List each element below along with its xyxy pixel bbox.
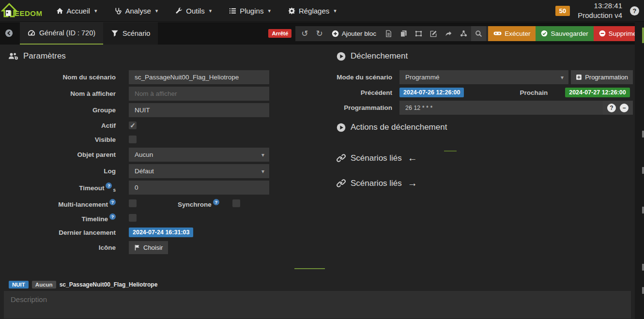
help-icon[interactable]: ?	[213, 199, 219, 205]
multi-launch-checkbox[interactable]	[129, 199, 137, 207]
timeline-checkbox[interactable]	[129, 214, 137, 222]
update-count-badge[interactable]: 50	[555, 6, 570, 16]
display-name-input[interactable]	[129, 87, 269, 101]
log-value: Défaut	[135, 167, 154, 175]
scenario-mode-select[interactable]: Programmé ▾	[399, 70, 568, 84]
back-button[interactable]	[5, 29, 13, 38]
cron-addon: ? −	[603, 101, 633, 115]
users-gear-icon	[8, 52, 18, 61]
share-icon	[445, 30, 452, 37]
linked-scenarios-out-title[interactable]: Scénarios liés →	[337, 178, 633, 189]
export-image-button[interactable]	[411, 26, 426, 41]
timeout-input[interactable]	[129, 181, 269, 195]
last-launch-badge: 2024-07-24 16:31:03	[129, 228, 193, 237]
menu-label: Réglages	[299, 7, 329, 15]
links-graph-button[interactable]	[456, 26, 471, 41]
template-button[interactable]	[381, 26, 396, 41]
check-circle-icon	[541, 30, 548, 37]
execute-label: Exécuter	[505, 30, 530, 37]
choose-icon-button[interactable]: Choisir	[129, 241, 168, 254]
wrench-icon	[175, 7, 183, 15]
choose-icon-label: Choisir	[143, 244, 163, 251]
execute-button[interactable]: Exécuter	[488, 26, 536, 41]
display-name-label: Nom à afficher	[4, 90, 129, 97]
help-icon[interactable]: ?	[109, 213, 116, 220]
group-tag-badge: NUIT	[9, 281, 29, 289]
chevron-down-icon: ▾	[155, 8, 158, 14]
undo-button[interactable]: ↺	[297, 26, 312, 41]
linked-scenarios-in-title[interactable]: Scénarios liés ←	[337, 152, 633, 164]
clock-environment: 13:28:41 Production v4	[578, 1, 622, 21]
description-textarea[interactable]	[4, 291, 631, 319]
menu-item-plugins[interactable]: Plugins ▾	[222, 2, 277, 20]
cron-input[interactable]	[399, 101, 603, 115]
edge-fragment	[642, 167, 644, 174]
active-label: Actif	[4, 122, 129, 129]
synchronous-label: Synchrone?	[178, 199, 219, 208]
active-checkbox[interactable]: ✓	[129, 122, 137, 129]
row-group: Groupe	[4, 103, 323, 117]
add-block-button[interactable]: Ajouter bloc	[327, 30, 381, 37]
tab-scenario[interactable]: Scénario	[103, 22, 158, 45]
jeedom-logo[interactable]: EEDOM	[1, 2, 43, 19]
cron-help-button[interactable]: ?	[607, 104, 616, 112]
help-icon[interactable]: ?	[106, 182, 112, 189]
copy-button[interactable]	[396, 26, 411, 41]
home-icon	[56, 7, 63, 15]
menu-item-reglages[interactable]: Réglages ▾	[281, 2, 343, 20]
chevron-down-icon: ▾	[209, 8, 212, 14]
redo-button[interactable]: ↻	[312, 26, 327, 41]
log-select[interactable]: Défaut ▾	[129, 164, 269, 178]
menu-item-accueil[interactable]: Accueil ▾	[49, 2, 104, 20]
divider	[294, 268, 325, 269]
parameters-title: Paramètres	[8, 51, 323, 61]
scenario-tag-row: NUIT Aucun sc_PassageNuit00_Flag_Heliotr…	[9, 281, 157, 289]
top-navbar: EEDOM Accueil ▾ Analyse ▾ Outils ▾ Plugi…	[0, 0, 644, 22]
edge-fragment	[642, 264, 644, 271]
trigger-actions-title[interactable]: Actions de déclenchement	[337, 122, 633, 132]
row-log: Log Défaut ▾	[4, 164, 323, 178]
cron-remove-button[interactable]: −	[620, 104, 629, 112]
row-visible: Visible	[4, 134, 323, 145]
add-programmation-button[interactable]: Programmation	[571, 70, 633, 84]
timeline-label: Timeline?	[4, 213, 129, 223]
search-button[interactable]	[471, 26, 486, 41]
edit-button[interactable]	[426, 26, 441, 41]
chevron-down-icon: ▾	[261, 152, 264, 158]
gauge-icon	[28, 29, 35, 37]
play-circle-icon	[337, 52, 346, 61]
help-icon[interactable]: ?	[630, 6, 639, 15]
stethoscope-icon	[114, 7, 122, 15]
help-icon[interactable]: ?	[109, 199, 116, 205]
edge-fragment	[642, 131, 644, 137]
row-programmation: Programmation ? −	[337, 101, 633, 115]
object-tag-badge: Aucun	[32, 281, 56, 289]
next-label: Prochain	[520, 89, 548, 96]
menu-item-analyse[interactable]: Analyse ▾	[107, 2, 165, 20]
edge-fragment	[642, 287, 644, 294]
visible-checkbox[interactable]	[129, 136, 137, 143]
share-button[interactable]	[441, 26, 456, 41]
divider	[444, 151, 457, 152]
group-input[interactable]	[129, 103, 269, 117]
chevron-down-icon: ▾	[94, 8, 97, 14]
delete-label: Supprimer	[609, 30, 639, 37]
filter-icon	[111, 30, 119, 37]
save-button[interactable]: Sauvegarder	[536, 26, 593, 41]
parent-object-value: Aucun	[135, 151, 153, 158]
row-multi-launch: Multi-lancement? Synchrone?	[4, 197, 323, 209]
tab-label: Général (ID : 720)	[39, 29, 95, 37]
plus-square-icon	[576, 74, 582, 80]
trigger-section: Déclenchement Mode du scénario Programmé…	[337, 51, 633, 198]
menu-item-outils[interactable]: Outils ▾	[169, 2, 218, 20]
parent-object-select[interactable]: Aucun ▾	[129, 148, 269, 162]
tab-general[interactable]: Général (ID : 720)	[20, 22, 103, 45]
back-arrow-icon	[5, 29, 13, 37]
toolbar-right: Arrêté ↺ ↻ Ajouter bloc Exécuter Sauvega…	[268, 22, 644, 45]
navbar-right: 50 13:28:41 Production v4 ?	[555, 1, 644, 21]
status-badge: Arrêté	[268, 29, 291, 38]
scenario-name-input[interactable]	[129, 70, 269, 84]
trigger-title[interactable]: Déclenchement	[337, 51, 633, 61]
section-title-text: Scénarios liés	[351, 153, 402, 163]
synchronous-checkbox[interactable]	[232, 199, 240, 207]
